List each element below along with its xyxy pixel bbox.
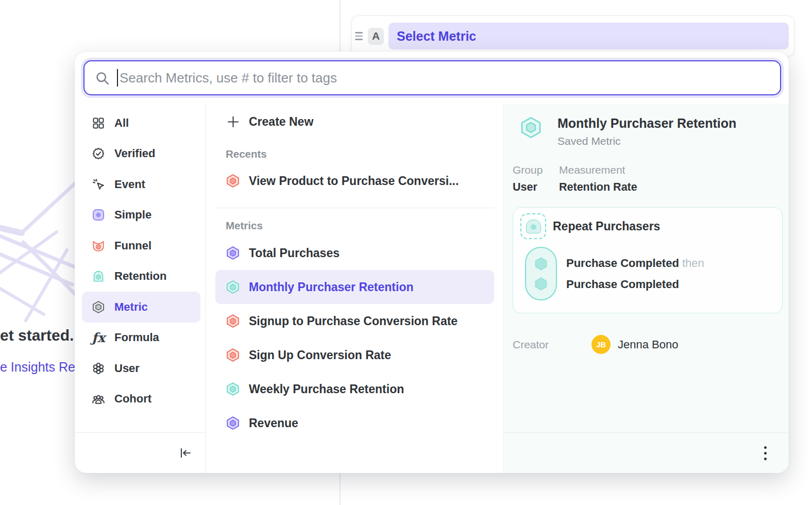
funnel-metric-hexagon-icon [226, 174, 240, 188]
list-item-label: View Product to Purchase Conversi... [249, 174, 459, 188]
saved-behavior-icon [520, 213, 546, 239]
detail-meta: Group User Measurement Retention Rate [513, 164, 783, 194]
search-icon [95, 71, 110, 86]
list-item[interactable]: Revenue [215, 406, 494, 440]
drag-handle-icon[interactable] [355, 32, 363, 40]
retention-metric-hexagon-icon [226, 280, 240, 294]
sidebar-item-label: Metric [114, 300, 148, 314]
list-item-label: Monthly Purchaser Retention [249, 280, 413, 294]
sidebar-item-simple[interactable]: Simple [82, 200, 200, 231]
create-new-label: Create New [249, 115, 313, 129]
simple-metric-hexagon-icon [226, 246, 240, 260]
search-input[interactable] [83, 60, 781, 95]
sidebar-item-label: Event [114, 178, 145, 191]
user-cluster-icon [91, 361, 106, 376]
sidebar-item-formula[interactable]: ƒx Formula [82, 323, 200, 354]
list-item[interactable]: Total Purchases [215, 236, 494, 270]
step-hexagon-icon [533, 276, 549, 292]
creator-label: Creator [513, 339, 591, 351]
hexagon-icon [530, 223, 537, 231]
creator-row: Creator JB Jenna Bono [513, 335, 783, 354]
sidebar-item-cohort[interactable]: Cohort [82, 384, 200, 415]
sidebar-item-label: Cohort [114, 392, 151, 406]
section-label-recents: Recents [226, 148, 494, 160]
filter-sidebar: All Verified [75, 104, 206, 473]
retention-metric-hexagon-icon [519, 116, 543, 139]
sidebar-item-label: All [114, 116, 129, 130]
detail-subtitle: Saved Metric [557, 135, 736, 147]
funnel-step-1: Purchase Completed then [566, 252, 704, 274]
retention-icon [91, 269, 106, 283]
more-options-button[interactable] [761, 443, 770, 463]
meta-value-measurement: Retention Rate [559, 181, 637, 194]
sidebar-item-all[interactable]: All [82, 108, 200, 139]
metric-picker-modal: All Verified [75, 52, 789, 473]
sidebar-item-label: Simple [114, 208, 151, 222]
meta-value-group: User [513, 181, 559, 194]
list-item-label: Revenue [249, 416, 298, 430]
search-bar [83, 60, 781, 95]
simple-icon [91, 208, 106, 222]
list-item[interactable]: Sign Up Conversion Rate [215, 338, 494, 372]
list-item-label: Total Purchases [249, 246, 340, 260]
formula-icon: ƒx [91, 330, 106, 345]
retention-metric-hexagon-icon [226, 382, 240, 396]
screen: et started. e Insights Re A Select Metri… [0, 0, 812, 505]
section-label-metrics: Metrics [226, 220, 494, 232]
modal-body: All Verified [75, 104, 789, 473]
event-cursor-icon [91, 177, 106, 192]
list-item-selected[interactable]: Monthly Purchaser Retention [215, 270, 494, 304]
list-item[interactable]: Weekly Purchase Retention [215, 372, 494, 406]
funnel-icon [91, 239, 106, 253]
metric-list: Create New Recents View Product to Purch… [206, 104, 504, 473]
metric-detail-panel: Monthly Purchaser Retention Saved Metric… [504, 104, 789, 473]
list-item-label: Signup to Purchase Conversion Rate [249, 314, 458, 328]
create-new-button[interactable]: Create New [215, 107, 494, 137]
sidebar-item-event[interactable]: Event [82, 169, 200, 200]
list-item-label: Weekly Purchase Retention [249, 382, 404, 396]
sidebar-item-metric[interactable]: Metric [82, 292, 200, 323]
sidebar-item-verified[interactable]: Verified [82, 139, 200, 170]
list-item-label: Sign Up Conversion Rate [249, 348, 391, 362]
definition-name: Repeat Purchasers [553, 220, 660, 233]
grid-icon [91, 116, 106, 130]
sidebar-item-user[interactable]: User [82, 353, 200, 384]
cohort-people-icon [91, 392, 106, 406]
verified-badge-icon [91, 146, 106, 161]
detail-title: Monthly Purchaser Retention [557, 116, 736, 131]
text-caret [117, 69, 118, 87]
step-hexagon-icon [533, 256, 549, 272]
sidebar-item-funnel[interactable]: Funnel [82, 230, 200, 261]
funnel-metric-hexagon-icon [226, 348, 240, 362]
select-metric-button[interactable]: Select Metric [388, 23, 789, 49]
background-headline-fragment: et started. [0, 327, 74, 344]
detail-header: Monthly Purchaser Retention Saved Metric [513, 116, 783, 147]
plus-icon [226, 114, 240, 129]
sidebar-item-label: User [114, 362, 140, 375]
list-divider [215, 208, 494, 208]
sidebar-item-label: Retention [114, 270, 166, 283]
meta-label-measurement: Measurement [559, 164, 637, 176]
avatar: JB [591, 335, 611, 354]
block-letter-badge[interactable]: A [368, 28, 384, 45]
sidebar-item-retention[interactable]: Retention [82, 261, 200, 292]
funnel-steps-capsule [525, 247, 557, 300]
sidebar-item-label: Verified [114, 147, 155, 160]
list-item-recent[interactable]: View Product to Purchase Conversi... [215, 164, 494, 197]
funnel-metric-hexagon-icon [226, 314, 240, 328]
background-insights-link-fragment[interactable]: e Insights Re [0, 360, 75, 375]
detail-footer [504, 432, 789, 473]
sidebar-item-label: Formula [114, 331, 159, 344]
funnel-step-2: Purchase Completed [566, 274, 704, 295]
metric-definition-card: Repeat Purchasers Purchase Comp [513, 207, 783, 313]
sidebar-footer [75, 432, 206, 473]
meta-label-group: Group [513, 164, 559, 176]
list-item[interactable]: Signup to Purchase Conversion Rate [215, 304, 494, 338]
sidebar-item-label: Funnel [114, 239, 151, 252]
simple-metric-hexagon-icon [226, 416, 240, 430]
metric-block-toolbar: A Select Metric [351, 15, 794, 57]
creator-name: Jenna Bono [618, 338, 678, 351]
metric-hexagon-icon [91, 300, 106, 314]
collapse-sidebar-button[interactable] [178, 446, 192, 460]
